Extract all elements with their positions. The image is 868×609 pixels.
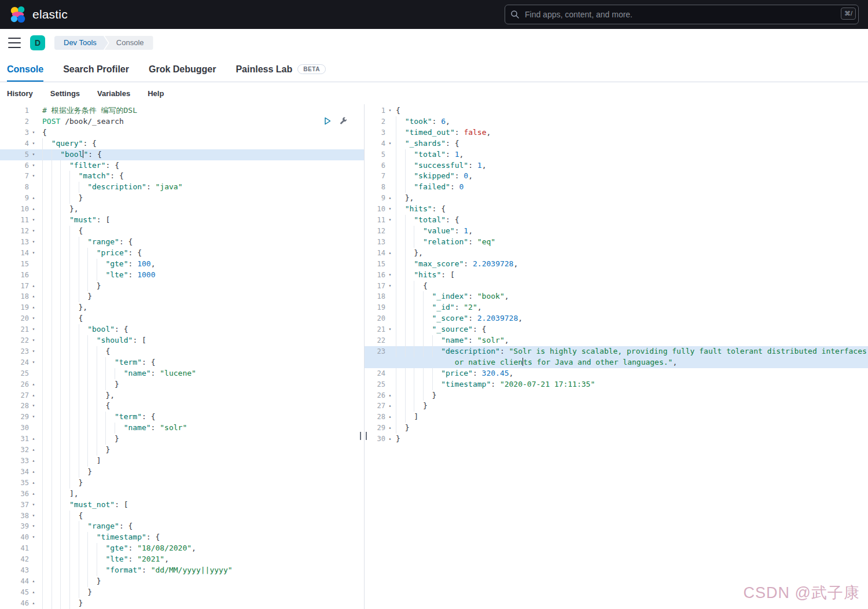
code-line[interactable]: 15 "gte": 100, <box>0 259 364 270</box>
code-line[interactable]: 21▾ "_source": { <box>365 324 868 335</box>
fold-toggle-icon[interactable]: ▾ <box>385 105 395 116</box>
code-line[interactable]: 39▾ "range": { <box>0 521 364 532</box>
code-line[interactable]: 16▾ "hits": [ <box>365 270 868 281</box>
code-line[interactable]: 14▾ "price": { <box>0 248 364 259</box>
elastic-logo[interactable]: elastic <box>9 6 68 23</box>
code-line[interactable]: 23 "description": "Solr is highly scalab… <box>365 346 868 368</box>
fold-toggle-icon[interactable]: ▴ <box>29 587 38 598</box>
code-line[interactable]: 5▾ "bool": { <box>0 149 364 160</box>
code-line[interactable]: 22 "name": "solr", <box>365 335 868 346</box>
code-line[interactable]: 6 "successful": 1, <box>365 160 868 171</box>
wrench-icon[interactable] <box>339 116 348 126</box>
fold-toggle-icon[interactable]: ▴ <box>385 248 395 259</box>
fold-toggle-icon[interactable]: ▾ <box>29 511 38 522</box>
code-line[interactable]: 27▴ }, <box>0 390 364 401</box>
code-line[interactable]: 32▴ } <box>0 445 364 456</box>
code-line[interactable]: 38▾ { <box>0 511 364 522</box>
fold-toggle-icon[interactable]: ▾ <box>29 127 38 138</box>
code-line[interactable]: 23▾ { <box>0 346 364 357</box>
code-line[interactable]: 14▴ }, <box>365 248 868 259</box>
breadcrumb-item-console[interactable]: Console <box>105 36 153 50</box>
fold-toggle-icon[interactable]: ▴ <box>385 434 395 445</box>
code-line[interactable]: 5 "total": 1, <box>365 149 868 160</box>
code-line[interactable]: 10▾ "hits": { <box>365 204 868 215</box>
code-line[interactable]: 37▾ "must_not": [ <box>0 500 364 511</box>
code-line[interactable]: 36▴ ], <box>0 489 364 500</box>
code-line[interactable]: 4▾ "query": { <box>0 138 364 149</box>
code-line[interactable]: 22▾ "should": [ <box>0 335 364 346</box>
fold-toggle-icon[interactable]: ▾ <box>29 357 38 368</box>
global-search-input[interactable] <box>505 5 859 24</box>
code-line[interactable]: 15 "max_score": 2.2039728, <box>365 259 868 270</box>
code-line[interactable]: 1# 根据业务条件 编写的DSL <box>0 105 364 116</box>
code-line[interactable]: 25 "name": "lucene" <box>0 368 364 379</box>
code-line[interactable]: 43 "format": "dd/MM/yyyy||yyyy" <box>0 565 364 576</box>
fold-toggle-icon[interactable]: ▾ <box>29 521 38 532</box>
code-line[interactable]: 20 "_score": 2.2039728, <box>365 313 868 324</box>
code-line[interactable]: 11▾ "must": [ <box>0 215 364 226</box>
code-line[interactable]: 13 "relation": "eq" <box>365 237 868 248</box>
fold-toggle-icon[interactable]: ▾ <box>29 313 38 324</box>
code-line[interactable]: 2POST /book/_search <box>0 116 364 127</box>
code-line[interactable]: 12▾ { <box>0 226 364 237</box>
request-editor[interactable]: 1# 根据业务条件 编写的DSL2POST /book/_search3▾{4▾… <box>0 104 365 609</box>
code-line[interactable]: 11▾ "total": { <box>365 215 868 226</box>
fold-toggle-icon[interactable]: ▴ <box>29 456 38 467</box>
fold-toggle-icon[interactable]: ▾ <box>385 324 395 335</box>
code-line[interactable]: 29▾ "term": { <box>0 412 364 423</box>
fold-toggle-icon[interactable]: ▾ <box>29 248 38 259</box>
code-line[interactable]: 44▴ } <box>0 576 364 587</box>
code-line[interactable]: 29▴ } <box>365 423 868 434</box>
code-line[interactable]: 30 "name": "solr" <box>0 423 364 434</box>
code-line[interactable]: 12 "value": 1, <box>365 226 868 237</box>
fold-toggle-icon[interactable]: ▴ <box>29 390 38 401</box>
fold-toggle-icon[interactable]: ▾ <box>385 281 395 292</box>
fold-toggle-icon[interactable]: ▾ <box>29 160 38 171</box>
fold-toggle-icon[interactable]: ▴ <box>29 291 38 302</box>
fold-toggle-icon[interactable]: ▾ <box>29 412 38 423</box>
code-line[interactable]: 42 "lte": "2021", <box>0 554 364 565</box>
fold-toggle-icon[interactable]: ▾ <box>29 237 38 248</box>
fold-toggle-icon[interactable]: ▴ <box>29 576 38 587</box>
fold-toggle-icon[interactable]: ▾ <box>29 401 38 412</box>
tab-painless-lab[interactable]: Painless Lab BETA <box>236 57 326 82</box>
tab-search-profiler[interactable]: Search Profiler <box>63 57 129 82</box>
code-line[interactable]: 40▾ "timestamp": { <box>0 532 364 543</box>
code-line[interactable]: 45▴ } <box>0 587 364 598</box>
code-line[interactable]: 10▴ }, <box>0 204 364 215</box>
code-line[interactable]: 18▴ } <box>0 291 364 302</box>
send-request-button[interactable] <box>323 116 332 126</box>
fold-toggle-icon[interactable]: ▴ <box>385 401 395 412</box>
fold-toggle-icon[interactable]: ▴ <box>29 379 38 390</box>
code-line[interactable]: 7 "skipped": 0, <box>365 171 868 182</box>
code-line[interactable]: 26▴ } <box>0 379 364 390</box>
fold-toggle-icon[interactable]: ▾ <box>385 270 395 281</box>
fold-toggle-icon[interactable]: ▴ <box>29 478 38 489</box>
breadcrumb-item-dev-tools[interactable]: Dev Tools <box>54 36 108 50</box>
pane-resizer-handle[interactable] <box>360 432 367 440</box>
code-line[interactable]: 13▾ "range": { <box>0 237 364 248</box>
fold-toggle-icon[interactable]: ▴ <box>29 193 38 204</box>
code-line[interactable]: 8 "failed": 0 <box>365 182 868 193</box>
fold-toggle-icon[interactable]: ▾ <box>29 138 38 149</box>
fold-toggle-icon[interactable]: ▴ <box>29 445 38 456</box>
code-line[interactable]: 1▾{ <box>365 105 868 116</box>
fold-toggle-icon[interactable]: ▾ <box>385 204 395 215</box>
code-line[interactable]: 24▾ "term": { <box>0 357 364 368</box>
space-avatar[interactable]: D <box>30 35 45 50</box>
fold-toggle-icon[interactable]: ▴ <box>385 423 395 434</box>
fold-toggle-icon[interactable]: ▾ <box>29 346 38 357</box>
code-line[interactable]: 24 "price": 320.45, <box>365 368 868 379</box>
code-line[interactable]: 30▴} <box>365 434 868 445</box>
code-line[interactable]: 4▾ "_shards": { <box>365 138 868 149</box>
code-line[interactable]: 7▾ "match": { <box>0 171 364 182</box>
menu-item-settings[interactable]: Settings <box>50 89 80 98</box>
code-line[interactable]: 19 "_id": "2", <box>365 302 868 313</box>
response-viewer[interactable]: 1▾{2 "took": 6,3 "timed_out": false,4▾ "… <box>365 104 868 609</box>
code-line[interactable]: 3▾{ <box>0 127 364 138</box>
fold-toggle-icon[interactable]: ▴ <box>29 598 38 609</box>
code-line[interactable]: 41 "gte": "18/08/2020", <box>0 543 364 554</box>
code-line[interactable]: 2 "took": 6, <box>365 116 868 127</box>
code-line[interactable]: 28▴ ] <box>365 412 868 423</box>
code-line[interactable]: 6▾ "filter": { <box>0 160 364 171</box>
